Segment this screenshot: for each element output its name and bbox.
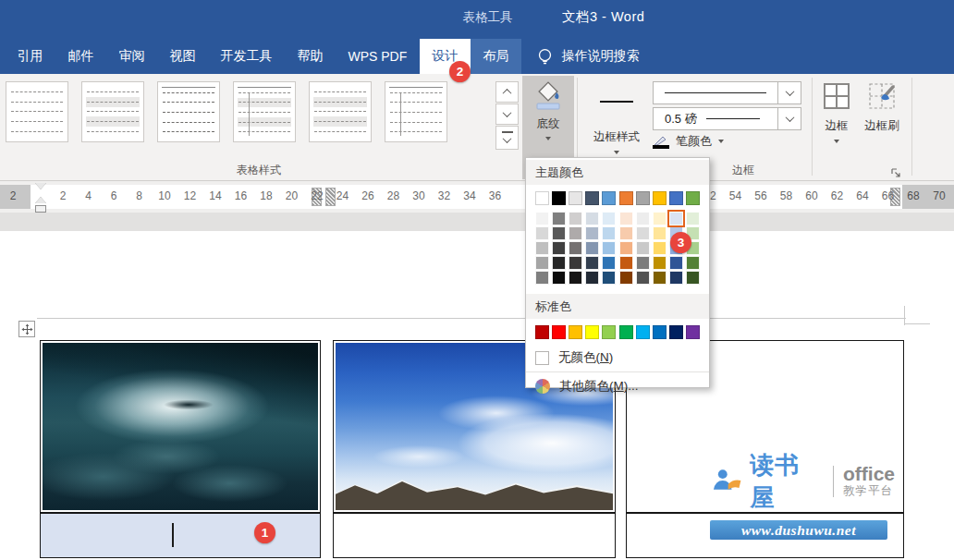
theme-variant-swatch-c5-r5[interactable]: [602, 271, 616, 285]
tab-mailings[interactable]: 邮件: [55, 39, 106, 74]
standard-color-swatch-2[interactable]: [552, 325, 566, 339]
table-cell-caption-2[interactable]: [333, 513, 616, 558]
theme-color-swatch-5[interactable]: [602, 191, 616, 205]
theme-variant-swatch-c8-r1[interactable]: [653, 212, 667, 225]
document-canvas[interactable]: 读书屋 office 教学平台 www.dushuwu.net: [0, 213, 954, 560]
table-style-header-banded[interactable]: [233, 81, 296, 142]
theme-variant-swatch-c6-r3[interactable]: [619, 241, 633, 255]
theme-variant-swatch-c2-r4[interactable]: [552, 256, 566, 270]
theme-variant-swatch-c3-r5[interactable]: [569, 271, 582, 285]
theme-variant-swatch-c6-r2[interactable]: [619, 226, 633, 240]
theme-color-swatch-4[interactable]: [585, 191, 599, 205]
theme-variant-swatch-c10-r4[interactable]: [686, 256, 700, 270]
theme-variant-swatch-c7-r5[interactable]: [636, 271, 650, 285]
left-indent-marker[interactable]: [35, 205, 46, 213]
theme-color-swatch-8[interactable]: [653, 191, 667, 205]
theme-variant-swatch-c7-r1[interactable]: [636, 212, 650, 225]
theme-color-swatch-1[interactable]: [535, 191, 549, 205]
theme-variant-swatch-c9-r4[interactable]: [669, 256, 683, 270]
table-style-plain-lines[interactable]: [157, 81, 220, 142]
standard-color-swatch-6[interactable]: [619, 325, 633, 339]
theme-variant-swatch-c9-r5[interactable]: [669, 271, 683, 285]
hanging-indent-marker[interactable]: [35, 197, 46, 203]
theme-variant-swatch-c2-r3[interactable]: [552, 241, 566, 255]
standard-color-swatch-7[interactable]: [636, 325, 650, 339]
theme-variant-swatch-c5-r1[interactable]: [602, 212, 616, 225]
theme-variant-swatch-c1-r5[interactable]: [535, 271, 549, 285]
theme-variant-swatch-c2-r1[interactable]: [552, 212, 566, 225]
theme-variant-swatch-c4-r2[interactable]: [585, 226, 599, 240]
horizontal-ruler[interactable]: 2 24681012141618202224262830323436525456…: [0, 181, 954, 213]
tell-me-search[interactable]: 操作说明搜索: [536, 39, 640, 74]
theme-variant-swatch-c1-r1[interactable]: [535, 212, 549, 225]
theme-variant-swatch-c10-r5[interactable]: [686, 271, 700, 285]
tab-view[interactable]: 视图: [157, 39, 208, 74]
theme-variant-swatch-c2-r5[interactable]: [552, 271, 566, 285]
theme-variant-swatch-c3-r1[interactable]: [569, 212, 582, 225]
theme-variant-swatch-c10-r1[interactable]: [686, 212, 700, 225]
table-style-header-column[interactable]: [385, 81, 447, 142]
theme-variant-swatch-c5-r2[interactable]: [602, 226, 616, 240]
theme-variant-swatch-c7-r2[interactable]: [636, 226, 650, 240]
border-painter-button[interactable]: 边框刷: [858, 81, 906, 134]
tab-layout[interactable]: 布局: [471, 39, 521, 74]
standard-color-swatch-8[interactable]: [653, 325, 667, 339]
theme-color-swatch-2[interactable]: [552, 191, 566, 205]
tab-help[interactable]: 帮助: [285, 39, 336, 74]
table-style-banded-light[interactable]: [309, 81, 372, 142]
gallery-scroll-down-button[interactable]: [495, 103, 519, 125]
borders-button[interactable]: 边框: [817, 81, 856, 143]
standard-color-swatch-3[interactable]: [569, 325, 582, 339]
theme-variant-swatch-c1-r2[interactable]: [535, 226, 549, 240]
theme-variant-swatch-c5-r4[interactable]: [602, 256, 616, 270]
theme-variant-swatch-c1-r4[interactable]: [535, 256, 549, 270]
theme-variant-swatch-c8-r3[interactable]: [653, 241, 667, 255]
pen-weight-dropdown-button[interactable]: [777, 107, 801, 130]
theme-color-swatch-6[interactable]: [619, 191, 633, 205]
theme-variant-swatch-c9-r1[interactable]: [669, 212, 683, 225]
tab-references[interactable]: 引用: [5, 39, 55, 74]
theme-variant-swatch-c6-r4[interactable]: [619, 256, 633, 270]
theme-variant-swatch-c7-r4[interactable]: [636, 256, 650, 270]
more-colors-menu-item[interactable]: 其他颜色(M)...: [526, 371, 709, 400]
theme-variant-swatch-c7-r3[interactable]: [636, 241, 650, 255]
theme-variant-swatch-c3-r4[interactable]: [569, 256, 582, 270]
tab-developer[interactable]: 开发工具: [208, 39, 285, 74]
theme-variant-swatch-c4-r5[interactable]: [585, 271, 599, 285]
table-style-banded-grid[interactable]: [81, 81, 144, 142]
standard-color-swatch-9[interactable]: [669, 325, 683, 339]
theme-variant-swatch-c6-r1[interactable]: [619, 212, 633, 225]
theme-variant-swatch-c4-r3[interactable]: [585, 241, 599, 255]
tab-review[interactable]: 审阅: [106, 39, 157, 74]
theme-color-swatch-10[interactable]: [686, 191, 700, 205]
theme-variant-swatch-c4-r4[interactable]: [585, 256, 599, 270]
standard-color-swatch-1[interactable]: [535, 325, 549, 339]
theme-color-swatch-9[interactable]: [669, 191, 683, 205]
theme-variant-swatch-c5-r3[interactable]: [602, 241, 616, 255]
table-cell-caption-shaded[interactable]: [40, 513, 321, 558]
theme-variant-swatch-c3-r2[interactable]: [569, 226, 582, 240]
tab-wps-pdf[interactable]: WPS PDF: [336, 39, 420, 74]
table-style-plain-grid[interactable]: [6, 81, 68, 142]
standard-color-swatch-5[interactable]: [602, 325, 616, 339]
gallery-more-button[interactable]: [495, 126, 519, 150]
first-line-indent-marker[interactable]: [35, 183, 46, 189]
theme-color-swatch-3[interactable]: [569, 191, 582, 205]
pen-style-dropdown-button[interactable]: [777, 81, 801, 104]
theme-variant-swatch-c8-r2[interactable]: [653, 226, 667, 240]
pen-style-combobox[interactable]: [653, 81, 778, 104]
theme-variant-swatch-c6-r5[interactable]: [619, 271, 633, 285]
pen-color-button[interactable]: 笔颜色: [653, 133, 724, 150]
theme-variant-swatch-c8-r5[interactable]: [653, 271, 667, 285]
borders-dialog-launcher[interactable]: [889, 166, 904, 181]
no-color-menu-item[interactable]: 无颜色(N): [526, 344, 709, 371]
table-cell-image-1[interactable]: [40, 340, 321, 513]
theme-variant-swatch-c1-r3[interactable]: [535, 241, 549, 255]
theme-variant-swatch-c3-r3[interactable]: [569, 241, 582, 255]
theme-variant-swatch-c2-r2[interactable]: [552, 226, 566, 240]
theme-variant-swatch-c8-r4[interactable]: [653, 256, 667, 270]
gallery-scroll-up-button[interactable]: [495, 81, 519, 103]
theme-variant-swatch-c4-r1[interactable]: [585, 212, 599, 225]
standard-color-swatch-4[interactable]: [585, 325, 599, 339]
theme-color-swatch-7[interactable]: [636, 191, 650, 205]
